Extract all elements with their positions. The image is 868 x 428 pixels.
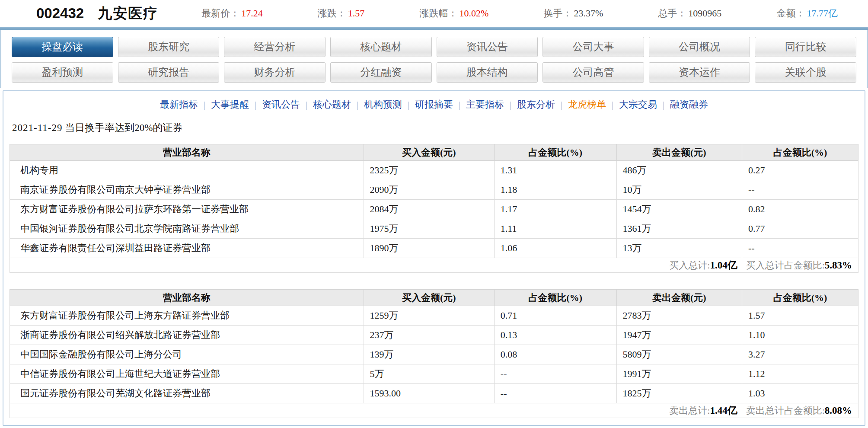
table-row: 东方财富证券股份有限公司拉萨东环路第一证券营业部2084万1.171454万0.… [10,200,858,219]
tab-row-2: 盈利预测研究报告财务分析分红融资股本结构公司高管资本运作关联个股 [1,62,867,83]
stat-label: 涨跌： [318,8,346,19]
tab-item[interactable]: 股本结构 [437,62,538,83]
branch-name-cell: 东方财富证券股份有限公司拉萨东环路第一证券营业部 [10,200,364,219]
value-cell: -- [494,384,616,403]
tab-item[interactable]: 同行比较 [755,37,856,57]
column-header: 买入金额(元) [364,144,494,161]
column-header: 占金额比(%) [494,290,616,306]
value-cell: 1259万 [364,306,494,326]
subnav-separator: | [408,100,409,109]
tab-item[interactable]: 研究报告 [118,62,220,83]
table-footer-row: 买入总计:1.04亿买入总计占金额比:5.83% [10,258,858,273]
table-row: 南京证券股份有限公司南京大钟亭证券营业部2090万1.1810万-- [10,180,858,200]
section-label: 当日换手率达到20%的证券 [65,122,182,133]
branch-name-cell: 华鑫证券有限责任公司深圳益田路证券营业部 [10,239,364,258]
column-header: 占金额比(%) [494,144,616,161]
table-row: 机构专用2325万1.31486万0.27 [10,161,858,180]
footer-value: 1.04亿 [710,260,737,271]
value-cell: 139万 [364,345,494,364]
value-cell: -- [742,180,858,200]
subnav-separator: | [306,100,307,109]
tab-item[interactable]: 公司高管 [542,62,644,83]
subnav-link[interactable]: 最新指标 [160,99,198,110]
subnav-link[interactable]: 龙虎榜单 [568,99,606,110]
footer-pair: 买入总计:1.04亿 [669,260,737,271]
value-cell: 0.82 [742,200,858,219]
value-cell: 13万 [616,239,742,258]
footer-label: 买入总计: [669,260,710,271]
tab-item[interactable]: 财务分析 [224,62,326,83]
footer-label: 卖出总计占金额比: [746,405,825,416]
value-cell: 237万 [364,326,494,345]
stat-label: 总手： [658,8,686,19]
value-cell: 1975万 [364,219,494,239]
tab-item[interactable]: 盈利预测 [12,62,113,83]
tab-item[interactable]: 公司概况 [649,37,750,57]
value-cell: 2084万 [364,200,494,219]
column-header: 卖出金额(元) [616,290,742,306]
section-title: 2021-11-29 当日换手率达到20%的证券 [12,121,865,134]
table-row: 中国国际金融股份有限公司上海分公司139万0.085809万3.27 [10,345,858,364]
stat-value: 17.77亿 [807,8,838,19]
value-cell: 0.77 [742,219,858,239]
stat-label: 最新价： [201,8,239,19]
subnav-separator: | [255,100,256,109]
value-cell: 2325万 [364,161,494,180]
tab-item[interactable]: 股东研究 [118,37,220,57]
tab-panel: 操盘必读股东研究经营分析核心题材资讯公告公司大事公司概况同行比较 盈利预测研究报… [0,30,868,88]
value-cell: 1.03 [742,384,858,403]
value-cell: 1593.00 [364,384,494,403]
branch-name-cell: 中国银河证券股份有限公司北京学院南路证券营业部 [10,219,364,239]
value-cell: 1.57 [742,306,858,326]
stock-code: 002432 [36,5,84,21]
branch-name-cell: 浙商证券股份有限公司绍兴解放北路证券营业部 [10,326,364,345]
tab-item[interactable]: 分红融资 [330,62,432,83]
tab-item[interactable]: 核心题材 [330,37,432,57]
tab-item[interactable]: 资本运作 [649,62,750,83]
value-cell: 1947万 [616,326,742,345]
header-stat: 涨跌幅：10.02% [419,7,488,20]
value-cell: 5809万 [616,345,742,364]
tab-item[interactable]: 关联个股 [755,62,856,83]
table-header-row: 营业部名称买入金额(元)占金额比(%)卖出金额(元)占金额比(%) [10,290,858,306]
value-cell: 1.17 [494,200,616,219]
lhb-buy-table: 营业部名称买入金额(元)占金额比(%)卖出金额(元)占金额比(%)机构专用232… [10,144,858,273]
table-row: 东方财富证券股份有限公司上海东方路证券营业部1259万0.712783万1.57 [10,306,858,326]
table-row: 中信证券股份有限公司上海世纪大道证券营业部5万--1991万1.12 [10,364,858,384]
header-stat: 总手：1090965 [658,7,721,20]
subnav-link[interactable]: 资讯公告 [262,99,300,110]
value-cell: 5万 [364,364,494,384]
table-row: 中国银河证券股份有限公司北京学院南路证券营业部1975万1.111361万0.7… [10,219,858,239]
header-stats: 最新价：17.24涨跌：1.57涨跌幅：10.02%换手：23.37%总手：10… [201,7,868,20]
tab-item[interactable]: 操盘必读 [12,37,113,57]
value-cell: 1.18 [494,180,616,200]
subnav-link[interactable]: 核心题材 [313,99,351,110]
subnav-link[interactable]: 机构预测 [364,99,402,110]
column-header: 营业部名称 [10,144,364,161]
table-row: 华鑫证券有限责任公司深圳益田路证券营业部1890万1.0613万-- [10,239,858,258]
subnav-link[interactable]: 研报摘要 [415,99,453,110]
tab-item[interactable]: 资讯公告 [437,37,538,57]
branch-name-cell: 中国国际金融股份有限公司上海分公司 [10,345,364,364]
header-stat: 最新价：17.24 [201,7,263,20]
content-box: 最新指标|大事提醒|资讯公告|核心题材|机构预测|研报摘要|主要指标|股东分析|… [3,90,865,426]
subnav-link[interactable]: 大宗交易 [619,99,657,110]
subnav-separator: | [357,100,358,109]
table-footer-cell: 卖出总计:1.44亿卖出总计占金额比:8.08% [10,403,858,418]
stat-value: 1090965 [688,8,721,19]
subnav-link[interactable]: 主要指标 [466,99,504,110]
tab-item[interactable]: 公司大事 [542,37,644,57]
tab-item[interactable]: 经营分析 [224,37,326,57]
value-cell: 3.27 [742,345,858,364]
column-header: 占金额比(%) [742,290,858,306]
subnav-link[interactable]: 大事提醒 [211,99,249,110]
value-cell: 1.12 [742,364,858,384]
stat-label: 金额： [776,8,805,19]
subnav-link[interactable]: 融资融券 [670,99,708,110]
value-cell: 1890万 [364,239,494,258]
top-divider-bar [0,27,868,30]
subnav-link[interactable]: 股东分析 [517,99,555,110]
tab-row-1: 操盘必读股东研究经营分析核心题材资讯公告公司大事公司概况同行比较 [1,37,867,57]
value-cell: 1.31 [494,161,616,180]
footer-pair: 买入总计占金额比:5.83% [746,260,852,271]
